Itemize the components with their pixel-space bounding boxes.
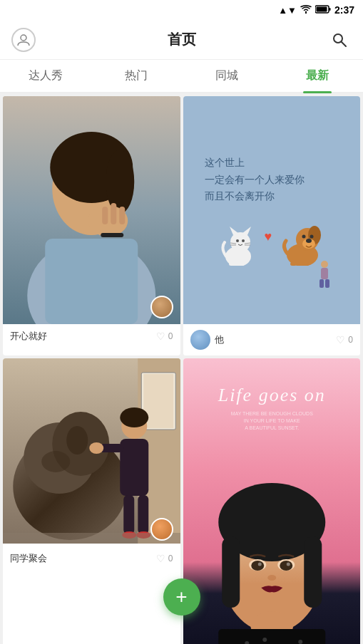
heart-icon-3: ♡ — [156, 553, 165, 564]
content-grid: 开心就好 ♡ 0 这个世上 一定会有一个人来爱你 而且不会离开你 — [0, 93, 363, 644]
svg-point-35 — [302, 235, 306, 239]
create-button[interactable]: + — [163, 578, 200, 616]
svg-rect-17 — [101, 233, 123, 237]
svg-point-39 — [321, 261, 328, 268]
svg-line-5 — [342, 42, 346, 46]
svg-text:A BEAUTIFUL SUNSET.: A BEAUTIFUL SUNSET. — [245, 425, 299, 430]
heart-icon-2: ♡ — [336, 334, 345, 346]
tabs-bar: 达人秀 热门 同城 最新 — [0, 60, 363, 93]
card-3-likes: 0 — [168, 554, 173, 564]
svg-point-77 — [267, 575, 276, 581]
page-title: 首页 — [168, 30, 196, 49]
svg-rect-14 — [102, 207, 108, 224]
svg-rect-1 — [329, 8, 330, 11]
card-2-title: 他 — [215, 333, 224, 346]
svg-point-34 — [306, 239, 312, 243]
svg-rect-16 — [119, 207, 125, 224]
header: 首页 — [0, 20, 363, 60]
svg-rect-41 — [319, 279, 324, 288]
heart-icon-1: ♡ — [156, 331, 165, 342]
card-3[interactable]: 同学聚会 ♡ 0 — [3, 358, 180, 644]
svg-rect-28 — [229, 262, 235, 266]
svg-rect-79 — [218, 629, 325, 644]
svg-point-56 — [89, 442, 103, 454]
svg-rect-70 — [304, 536, 322, 608]
svg-rect-15 — [111, 203, 116, 224]
tab-local[interactable]: 同城 — [182, 60, 272, 92]
svg-point-11 — [106, 150, 134, 214]
card-3-title: 同学聚会 — [10, 552, 47, 565]
tab-hot[interactable]: 热门 — [91, 60, 181, 92]
card-2-likes: 0 — [348, 335, 353, 345]
svg-rect-38 — [302, 262, 309, 266]
card-3-footer: 同学聚会 ♡ 0 — [3, 546, 180, 571]
wifi-icon — [300, 5, 312, 16]
card-1-footer: 开心就好 ♡ 0 — [3, 324, 180, 348]
svg-point-74 — [280, 561, 292, 571]
svg-text:MAY THERE BE ENOUGH CLOUDS: MAY THERE BE ENOUGH CLOUDS — [230, 411, 312, 416]
svg-point-3 — [21, 35, 26, 41]
svg-point-83 — [298, 640, 302, 644]
svg-point-19 — [230, 232, 250, 252]
tab-talent[interactable]: 达人秀 — [0, 60, 91, 92]
svg-rect-12 — [45, 239, 138, 324]
svg-point-53 — [120, 407, 148, 427]
card-2-footer: 他 ♡ 0 — [183, 324, 361, 355]
svg-point-81 — [262, 638, 267, 642]
svg-marker-21 — [242, 227, 251, 235]
card-2-avatar — [190, 330, 210, 350]
heart-illustration: ♥ — [264, 229, 272, 244]
svg-text:Life goes on: Life goes on — [217, 385, 325, 405]
battery-icon — [315, 5, 331, 16]
svg-rect-40 — [321, 268, 328, 279]
svg-point-22 — [236, 239, 239, 242]
tab-latest[interactable]: 最新 — [272, 60, 363, 92]
time-display: 2:37 — [334, 4, 354, 16]
svg-rect-2 — [316, 6, 327, 11]
svg-point-76 — [286, 563, 290, 566]
card-4[interactable]: Life goes on MAY THERE BE ENOUGH CLOUDS … — [183, 358, 361, 644]
status-bar: ▲▼ 2:37 — [0, 0, 363, 20]
card-1-likes: 0 — [168, 331, 173, 341]
svg-point-51 — [66, 426, 88, 455]
svg-point-73 — [251, 561, 264, 571]
svg-rect-69 — [222, 536, 240, 608]
signal-icon: ▲▼ — [278, 5, 297, 16]
search-button[interactable] — [327, 28, 352, 52]
card-1[interactable]: 开心就好 ♡ 0 — [3, 96, 180, 355]
card-1-title: 开心就好 — [10, 330, 47, 343]
svg-rect-58 — [138, 495, 148, 534]
svg-point-23 — [242, 239, 245, 242]
svg-text:IN YOUR LIFE TO MAKE: IN YOUR LIFE TO MAKE — [243, 418, 300, 423]
card-2-text: 这个世上 一定会有一个人来爱你 而且不会离开你 — [198, 155, 347, 205]
profile-avatar-button[interactable] — [11, 28, 36, 52]
svg-rect-57 — [123, 495, 134, 534]
svg-point-50 — [41, 451, 70, 472]
svg-point-36 — [310, 235, 314, 239]
svg-rect-29 — [239, 262, 245, 266]
svg-marker-20 — [230, 227, 239, 235]
svg-point-4 — [334, 34, 342, 43]
svg-rect-37 — [290, 262, 297, 266]
svg-rect-54 — [120, 439, 148, 496]
svg-rect-42 — [325, 279, 329, 288]
card-2[interactable]: 这个世上 一定会有一个人来爱你 而且不会离开你 — [183, 96, 361, 355]
svg-point-75 — [257, 563, 261, 566]
